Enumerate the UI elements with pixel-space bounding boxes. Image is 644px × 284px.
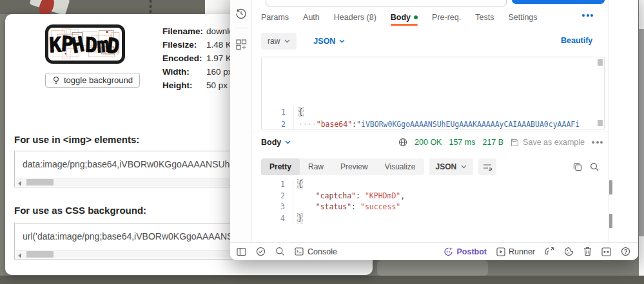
request-tab-body[interactable]: Body <box>391 9 418 26</box>
runner-button[interactable]: Runner <box>496 247 535 256</box>
response-scrollbar-thumb[interactable] <box>609 214 612 228</box>
code-line: 2····"base64":"iVBORw0KGgoAAAANSUhEUgAAA… <box>262 118 604 129</box>
code-content: { <box>293 179 605 191</box>
editor-scrollbar-top[interactable] <box>598 59 603 66</box>
capture-requests-button[interactable] <box>545 247 554 256</box>
chevron-down-icon <box>461 165 467 169</box>
raw-mode-label: raw <box>268 37 280 46</box>
captcha-image: K P H D m D <box>45 24 125 64</box>
metadata-value: 1.97 K <box>206 52 231 65</box>
environment-check-button[interactable] <box>256 247 266 256</box>
request-body-editor[interactable]: 1{2····"base64":"iVBORw0KGgoAAAANSUhEUgA… <box>261 57 605 129</box>
line-number: 4 <box>261 213 293 225</box>
history-icon[interactable] <box>235 8 247 19</box>
save-as-example-button[interactable]: Save as example <box>511 138 585 147</box>
view-tab-preview[interactable]: Preview <box>332 158 376 175</box>
code-token: : <box>351 202 360 211</box>
postbot-icon <box>444 247 453 256</box>
split-pane-button[interactable] <box>601 247 611 256</box>
view-tab-raw[interactable]: Raw <box>300 158 332 175</box>
response-more-options-button[interactable] <box>592 141 603 144</box>
request-tab-auth[interactable]: Auth <box>303 9 320 26</box>
language-dropdown[interactable]: JSON <box>313 37 345 46</box>
scrollbar-thumb[interactable] <box>26 179 54 185</box>
code-token: { <box>298 180 302 189</box>
beautify-button[interactable]: Beautify <box>561 36 592 45</box>
captcha-graphic: K P H D m D <box>48 28 122 61</box>
cookie-icon <box>564 247 574 256</box>
scroll-left-arrow-icon[interactable] <box>18 181 21 186</box>
metadata-row: Height:50 px <box>162 79 234 92</box>
request-more-options-button[interactable] <box>582 14 593 17</box>
editor-scrollbar-bottom[interactable] <box>598 120 603 126</box>
search-response-button[interactable] <box>590 162 599 171</box>
metadata-value: 1.48 K <box>206 38 231 52</box>
sidebar-toggle-button[interactable] <box>237 247 246 256</box>
code-token: "base64" <box>317 120 352 129</box>
code-token: "status" <box>316 202 351 211</box>
postbot-button[interactable]: Postbot <box>444 247 487 256</box>
background-image-strip <box>0 0 205 14</box>
metadata-label: Filesize: <box>162 38 206 52</box>
trash-button[interactable] <box>583 247 592 256</box>
toggle-background-button[interactable]: toggle background <box>45 73 140 88</box>
body-mode-row: raw JSON <box>261 32 345 50</box>
code-token <box>298 191 316 200</box>
search-icon <box>590 162 599 171</box>
response-language-label: JSON <box>436 162 457 171</box>
code-token: } <box>298 214 302 223</box>
metadata-row: Filesize:1.48 K <box>162 38 234 52</box>
scrollbar-thumb[interactable] <box>26 251 54 258</box>
network-globe-icon[interactable] <box>398 138 407 147</box>
grid-add-icon[interactable] <box>235 39 247 50</box>
code-token: "KPHDmD" <box>365 191 400 200</box>
request-tab-settings[interactable]: Settings <box>508 9 537 26</box>
css-usage-heading: For use as CSS background: <box>14 205 146 216</box>
request-tab-params[interactable]: Params <box>261 9 289 26</box>
response-body-viewer[interactable]: 1{2 "captcha": "KPHDmD",3 "status": "suc… <box>261 179 605 240</box>
metadata-row: Width:160 px <box>162 65 234 79</box>
request-tab-headers-8-[interactable]: Headers (8) <box>334 9 376 26</box>
request-tabs: ParamsAuthHeaders (8)BodyPre-req.TestsSe… <box>261 9 538 26</box>
response-status-group: 200 OK 157 ms 217 B Save as example <box>398 138 603 147</box>
code-token: "captcha" <box>316 191 356 200</box>
send-button[interactable] <box>512 0 605 4</box>
search-icon <box>275 247 285 256</box>
view-tab-visualize[interactable]: Visualize <box>376 158 424 175</box>
help-button[interactable] <box>621 247 630 256</box>
code-line: 2 "captcha": "KPHDmD", <box>261 191 605 202</box>
response-body-dropdown[interactable]: Body <box>261 138 291 147</box>
wrap-lines-button[interactable] <box>478 158 496 175</box>
response-language-dropdown[interactable]: JSON <box>429 158 474 175</box>
raw-mode-dropdown[interactable]: raw <box>261 33 297 50</box>
unsaved-changes-dot <box>414 15 418 19</box>
save-as-example-label: Save as example <box>523 138 585 147</box>
response-scrollbar-thumb[interactable] <box>609 180 612 194</box>
page-scrollbar-thumb[interactable] <box>639 29 644 236</box>
request-tab-label: Settings <box>508 13 537 22</box>
screen: K P H D m D toggle background Filename:d… <box>0 0 644 284</box>
request-tab-label: Headers (8) <box>334 13 376 22</box>
console-button[interactable]: Console <box>295 247 337 256</box>
chevron-down-icon <box>284 39 290 43</box>
request-url-input[interactable] <box>266 0 507 6</box>
response-body-label: Body <box>261 138 281 147</box>
request-tab-label: Pre-req. <box>432 13 461 22</box>
code-token <box>298 202 316 211</box>
code-token: "iVBORw0KGgoAAAANSUhEUgAAAKAAAAAyCAIAAAB… <box>356 120 580 129</box>
metadata-row: Encoded:1.97 K <box>162 52 234 65</box>
request-tab-pre-req-[interactable]: Pre-req. <box>432 9 461 26</box>
copy-response-button[interactable] <box>573 162 582 171</box>
code-line: 1{ <box>262 106 604 118</box>
request-tab-tests[interactable]: Tests <box>475 9 494 26</box>
chevron-down-icon <box>339 39 345 43</box>
cookies-button[interactable] <box>564 247 574 256</box>
request-tab-label: Tests <box>475 13 494 22</box>
image-metadata: Filename:downloFilesize:1.48 KEncoded:1.… <box>162 24 234 92</box>
page-scrollbar[interactable] <box>639 0 644 276</box>
line-number: 2 <box>261 191 293 202</box>
scroll-left-arrow-icon[interactable] <box>18 253 21 258</box>
view-tab-pretty[interactable]: Pretty <box>261 158 300 175</box>
rail-divider <box>235 28 248 28</box>
find-button[interactable] <box>275 247 285 256</box>
